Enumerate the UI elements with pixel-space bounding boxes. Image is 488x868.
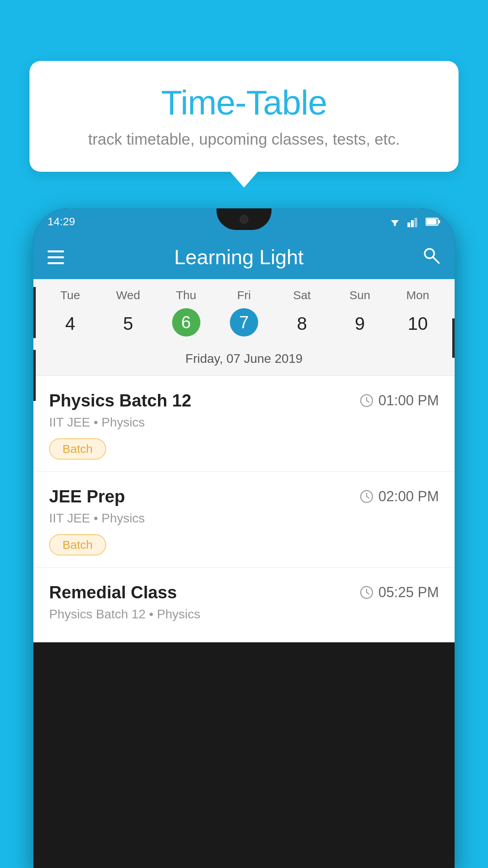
schedule-time-2: 02:00 PM: [360, 488, 439, 505]
day-8[interactable]: 8: [273, 308, 331, 339]
day-7-selected[interactable]: 7: [230, 308, 258, 337]
clock-icon-3: [360, 585, 374, 600]
day-header-sat: Sat: [273, 289, 331, 302]
status-time: 14:29: [48, 215, 75, 228]
svg-rect-7: [426, 219, 437, 224]
day-header-wed: Wed: [99, 289, 157, 302]
schedule-item-3[interactable]: Remedial Class 05:25 PM Physics Batch 12…: [33, 568, 455, 642]
svg-rect-6: [438, 220, 440, 223]
svg-line-15: [367, 497, 369, 498]
day-header-fri: Fri: [215, 289, 273, 302]
schedule-title-2: JEE Prep: [49, 487, 125, 506]
day-header-mon: Mon: [389, 289, 447, 302]
clock-icon-2: [360, 489, 374, 504]
schedule-subtitle-1: IIT JEE • Physics: [49, 415, 439, 430]
status-icons: [388, 216, 440, 227]
phone-frame: 14:29: [33, 208, 455, 868]
schedule-subtitle-3: Physics Batch 12 • Physics: [49, 607, 439, 622]
schedule-title-1: Physics Batch 12: [49, 391, 191, 410]
day-header-tue: Tue: [41, 289, 99, 302]
svg-line-9: [433, 257, 439, 263]
signal-icon: [407, 216, 420, 227]
tooltip-title: Time-Table: [53, 83, 435, 123]
schedule-title-3: Remedial Class: [49, 583, 177, 602]
day-6-today[interactable]: 6: [172, 308, 200, 337]
svg-marker-1: [393, 224, 396, 226]
day-numbers: 4 5 6 7 8 9 10: [33, 305, 455, 347]
svg-marker-0: [391, 220, 399, 225]
schedule-item-2-header: JEE Prep 02:00 PM: [49, 487, 439, 506]
volume-up-button: [33, 287, 36, 338]
svg-rect-3: [411, 220, 414, 227]
svg-line-12: [367, 401, 369, 402]
day-5[interactable]: 5: [99, 308, 157, 339]
day-header-thu: Thu: [157, 289, 215, 302]
schedule-time-3: 05:25 PM: [360, 584, 439, 601]
schedule-list: Physics Batch 12 01:00 PM IIT JEE • Phys…: [33, 376, 455, 642]
search-button[interactable]: [422, 246, 440, 269]
clock-icon-1: [360, 394, 374, 408]
app-title: Learning Light: [56, 245, 422, 269]
schedule-item-3-header: Remedial Class 05:25 PM: [49, 583, 439, 602]
wifi-icon: [388, 216, 402, 227]
notch: [216, 208, 272, 230]
batch-badge-2: Batch: [49, 534, 106, 555]
svg-point-8: [425, 249, 434, 258]
status-bar: 14:29: [33, 208, 455, 235]
battery-icon: [426, 217, 440, 226]
day-4[interactable]: 4: [41, 308, 99, 339]
schedule-subtitle-2: IIT JEE • Physics: [49, 511, 439, 526]
schedule-time-1: 01:00 PM: [360, 392, 439, 409]
calendar-section: Tue Wed Thu Fri Sat Sun Mon 4 5 6 7 8 9 …: [33, 279, 455, 376]
tooltip-subtitle: track timetable, upcoming classes, tests…: [53, 131, 435, 148]
volume-down-button: [33, 350, 36, 401]
selected-date-label: Friday, 07 June 2019: [33, 347, 455, 376]
tooltip-card: Time-Table track timetable, upcoming cla…: [29, 61, 459, 172]
day-headers: Tue Wed Thu Fri Sat Sun Mon: [33, 279, 455, 305]
schedule-item-2[interactable]: JEE Prep 02:00 PM IIT JEE • Physics Batc…: [33, 472, 455, 568]
svg-rect-2: [407, 223, 410, 227]
schedule-item-1[interactable]: Physics Batch 12 01:00 PM IIT JEE • Phys…: [33, 376, 455, 472]
app-bar: Learning Light: [33, 235, 455, 279]
day-9[interactable]: 9: [331, 308, 389, 339]
power-button: [452, 318, 455, 358]
day-10[interactable]: 10: [389, 308, 447, 339]
batch-badge-1: Batch: [49, 438, 106, 460]
svg-rect-4: [415, 218, 417, 227]
camera: [240, 215, 248, 224]
svg-line-18: [367, 592, 369, 594]
schedule-item-1-header: Physics Batch 12 01:00 PM: [49, 391, 439, 410]
day-header-sun: Sun: [331, 289, 389, 302]
